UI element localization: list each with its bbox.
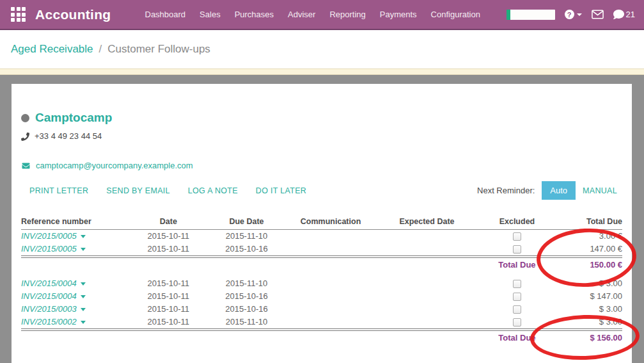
invoice-expected-date bbox=[376, 243, 478, 257]
invoice-date: 2015-10-11 bbox=[129, 316, 207, 330]
reminder-manual-button[interactable]: MANUAL bbox=[583, 186, 617, 195]
invoice-expected-date bbox=[376, 230, 478, 243]
invoice-communication bbox=[286, 303, 376, 316]
customer-name[interactable]: Camptocamp bbox=[35, 111, 112, 125]
main-menu: Dashboard Sales Purchases Adviser Report… bbox=[138, 1, 487, 28]
menu-item-dashboard[interactable]: Dashboard bbox=[138, 1, 193, 28]
invoice-communication bbox=[286, 243, 376, 257]
invoice-dropdown-caret-icon[interactable] bbox=[81, 321, 86, 324]
help-menu[interactable]: ? bbox=[565, 10, 582, 19]
invoice-reference-link[interactable]: INV/2015/0002 bbox=[21, 317, 77, 327]
group-total-row: Total Due $ 156.00 bbox=[21, 330, 622, 345]
invoice-expected-date bbox=[376, 277, 478, 290]
invoice-due-date: 2015-11-10 bbox=[207, 277, 285, 290]
top-navbar: Accounting Dashboard Sales Purchases Adv… bbox=[0, 0, 644, 30]
menu-item-sales[interactable]: Sales bbox=[192, 1, 228, 28]
followup-groups: INV/2015/0005 2015-10-11 2015-11-10 3.00… bbox=[21, 230, 622, 345]
invoice-reference-link[interactable]: INV/2015/0004 bbox=[21, 278, 77, 288]
reminder-auto-button[interactable]: Auto bbox=[542, 181, 576, 200]
breadcrumb-parent-link[interactable]: Aged Receivable bbox=[11, 43, 93, 56]
excluded-checkbox[interactable] bbox=[513, 305, 521, 314]
excluded-checkbox[interactable] bbox=[513, 232, 521, 241]
invoice-expected-date bbox=[376, 303, 478, 316]
menu-item-configuration[interactable]: Configuration bbox=[424, 1, 487, 28]
log-a-note-button[interactable]: LOG A NOTE bbox=[188, 186, 238, 195]
invoice-dropdown-caret-icon[interactable] bbox=[81, 248, 86, 251]
invoice-total-due: 3.00 € bbox=[556, 230, 622, 243]
invoice-row: INV/2015/0005 2015-10-11 2015-11-10 3.00… bbox=[21, 230, 622, 243]
customer-email-link[interactable]: camptocamp@yourcompany.example.com bbox=[36, 161, 193, 171]
column-header-communication: Communication bbox=[286, 216, 376, 230]
menu-item-adviser[interactable]: Adviser bbox=[281, 1, 322, 28]
print-letter-button[interactable]: PRINT LETTER bbox=[29, 186, 88, 195]
invoice-date: 2015-10-11 bbox=[129, 230, 207, 243]
breadcrumb: Aged Receivable / Customer Follow-ups bbox=[0, 30, 644, 69]
invoice-total-due: $ 3.00 bbox=[556, 277, 622, 290]
chat-button[interactable]: 21 bbox=[613, 9, 635, 20]
phone-icon bbox=[21, 133, 29, 141]
invoice-total-due: $ 3.00 bbox=[556, 316, 622, 330]
column-header-due-date: Due Date bbox=[207, 216, 285, 230]
followup-table-header: Reference number Date Due Date Communica… bbox=[21, 216, 622, 230]
invoice-reference-link[interactable]: INV/2015/0005 bbox=[21, 244, 77, 254]
invoice-date: 2015-10-11 bbox=[129, 243, 207, 257]
invoice-due-date: 2015-10-16 bbox=[207, 243, 285, 257]
group-total-row: Total Due 150.00 € bbox=[21, 257, 622, 272]
invoice-reference-link[interactable]: INV/2015/0004 bbox=[21, 291, 77, 301]
chat-count-badge: 21 bbox=[626, 10, 635, 19]
excluded-checkbox[interactable] bbox=[513, 293, 521, 301]
invoice-dropdown-caret-icon[interactable] bbox=[81, 308, 86, 311]
followup-table: Reference number Date Due Date Communica… bbox=[21, 216, 622, 345]
column-header-date: Date bbox=[129, 216, 207, 230]
mail-icon bbox=[592, 10, 604, 19]
followup-card: Camptocamp +33 4 49 23 44 54 camptocamp@… bbox=[12, 84, 632, 363]
invoice-date: 2015-10-11 bbox=[129, 303, 207, 316]
content-area: Camptocamp +33 4 49 23 44 54 camptocamp@… bbox=[0, 75, 644, 363]
send-by-email-button[interactable]: SEND BY EMAIL bbox=[106, 186, 170, 195]
invoice-total-due: 147.00 € bbox=[556, 243, 622, 257]
navbar-inline-field[interactable] bbox=[507, 10, 555, 20]
menu-item-reporting[interactable]: Reporting bbox=[322, 1, 372, 28]
column-header-expected-date: Expected Date bbox=[376, 216, 478, 230]
total-due-value: $ 156.00 bbox=[556, 330, 622, 345]
invoice-group-table: INV/2015/0004 2015-10-11 2015-11-10 $ 3.… bbox=[21, 277, 622, 345]
customer-status-dot-icon bbox=[21, 114, 29, 122]
total-due-label: Total Due bbox=[478, 330, 556, 345]
menu-item-payments[interactable]: Payments bbox=[373, 1, 424, 28]
invoice-date: 2015-10-11 bbox=[129, 277, 207, 290]
column-header-reference: Reference number bbox=[21, 216, 129, 230]
email-envelope-icon bbox=[21, 162, 31, 170]
invoice-row: INV/2015/0002 2015-10-11 2015-11-10 $ 3.… bbox=[21, 316, 622, 330]
invoice-reference-link[interactable]: INV/2015/0005 bbox=[21, 231, 77, 241]
invoice-communication bbox=[286, 290, 376, 303]
excluded-checkbox[interactable] bbox=[513, 280, 521, 288]
customer-phone: +33 4 49 23 44 54 bbox=[35, 131, 102, 141]
total-due-value: 150.00 € bbox=[556, 257, 622, 272]
invoice-communication bbox=[286, 316, 376, 330]
invoice-dropdown-caret-icon[interactable] bbox=[81, 235, 86, 238]
menu-item-purchases[interactable]: Purchases bbox=[228, 1, 281, 28]
apps-grid-icon[interactable] bbox=[11, 7, 26, 22]
excluded-checkbox[interactable] bbox=[513, 318, 521, 327]
invoice-date: 2015-10-11 bbox=[129, 290, 207, 303]
excluded-checkbox[interactable] bbox=[513, 245, 521, 254]
invoice-row: INV/2015/0004 2015-10-11 2015-11-10 $ 3.… bbox=[21, 277, 622, 290]
invoice-group-table: INV/2015/0005 2015-10-11 2015-11-10 3.00… bbox=[21, 230, 622, 272]
help-icon: ? bbox=[565, 10, 574, 19]
messages-button[interactable] bbox=[592, 10, 604, 19]
invoice-row: INV/2015/0004 2015-10-11 2015-10-16 $ 14… bbox=[21, 290, 622, 303]
breadcrumb-current: Customer Follow-ups bbox=[107, 43, 210, 56]
invoice-communication bbox=[286, 277, 376, 290]
do-it-later-button[interactable]: DO IT LATER bbox=[256, 186, 306, 195]
app-title: Accounting bbox=[35, 7, 111, 22]
column-header-excluded: Excluded bbox=[478, 216, 556, 230]
invoice-dropdown-caret-icon[interactable] bbox=[81, 295, 86, 298]
breadcrumb-separator: / bbox=[99, 43, 102, 56]
invoice-total-due: $ 3.00 bbox=[556, 303, 622, 316]
invoice-communication bbox=[286, 230, 376, 243]
invoice-due-date: 2015-11-10 bbox=[207, 230, 285, 243]
invoice-dropdown-caret-icon[interactable] bbox=[81, 282, 86, 286]
invoice-reference-link[interactable]: INV/2015/0003 bbox=[21, 304, 77, 314]
notice-strip bbox=[0, 69, 644, 75]
column-header-total-due: Total Due bbox=[556, 216, 622, 230]
